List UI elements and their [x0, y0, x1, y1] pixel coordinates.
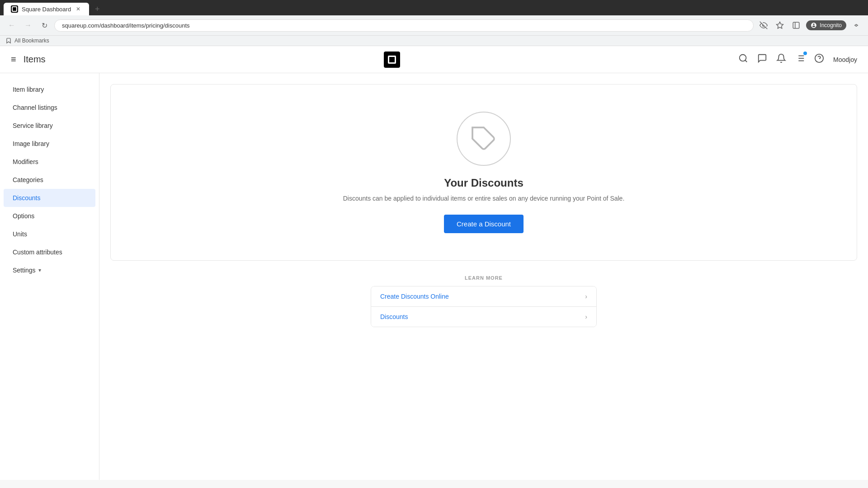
sidebar-item-item-library[interactable]: Item library	[4, 80, 95, 99]
header-center	[46, 52, 739, 68]
incognito-label: Incognito	[820, 22, 842, 28]
forward-button[interactable]: →	[22, 19, 34, 32]
sidebar: Item library Channel listings Service li…	[0, 73, 99, 480]
learn-more-link-label-1: Discounts	[380, 313, 408, 320]
link-chevron-icon-1: ›	[585, 313, 587, 320]
sidebar-item-custom-attributes[interactable]: Custom attributes	[4, 243, 95, 261]
settings-chevron-icon: ▾	[38, 267, 41, 273]
discount-icon-wrapper	[457, 112, 511, 166]
sidebar-item-discounts[interactable]: Discounts	[4, 189, 95, 207]
back-button[interactable]: ←	[5, 19, 18, 32]
chat-icon[interactable]	[757, 53, 767, 66]
help-icon[interactable]	[814, 53, 824, 66]
learn-more-section: LEARN MORE Create Discounts Online › Dis…	[110, 275, 857, 327]
new-tab-button[interactable]: +	[91, 3, 104, 15]
app-title: Items	[24, 54, 46, 65]
svg-rect-1	[13, 7, 16, 11]
list-icon[interactable]	[795, 53, 805, 66]
create-discount-button[interactable]: Create a Discount	[444, 215, 524, 233]
square-logo-inner	[388, 56, 396, 64]
extensions-icon[interactable]	[850, 19, 863, 32]
sidebar-item-image-library[interactable]: Image library	[4, 135, 95, 153]
svg-rect-4	[793, 22, 800, 28]
tab-favicon	[11, 5, 18, 13]
sidebar-item-modifiers[interactable]: Modifiers	[4, 153, 95, 171]
nav-icons: Incognito	[757, 19, 863, 32]
hamburger-menu-icon[interactable]: ≡	[11, 54, 16, 65]
search-icon[interactable]	[738, 53, 748, 66]
tab-close-button[interactable]: ✕	[75, 5, 82, 13]
svg-marker-3	[777, 22, 783, 28]
discounts-title: Your Discounts	[444, 177, 524, 189]
profile-icon[interactable]	[790, 19, 802, 32]
incognito-badge[interactable]: Incognito	[806, 20, 846, 30]
discounts-empty-state-card: Your Discounts Discounts can be applied …	[110, 84, 857, 261]
bookmark-icon[interactable]	[774, 19, 786, 32]
learn-more-label: LEARN MORE	[465, 275, 503, 281]
app: ≡ Items Moodjoy	[0, 46, 868, 480]
tab-bar: Square Dashboard ✕ +	[0, 0, 868, 15]
svg-point-6	[740, 55, 746, 61]
main-layout: Item library Channel listings Service li…	[0, 73, 868, 480]
eye-slash-icon[interactable]	[757, 19, 770, 32]
nav-bar: ← → ↻ squareup.com/dashboard/items/prici…	[0, 15, 868, 36]
learn-more-link-create-discounts-online[interactable]: Create Discounts Online ›	[371, 286, 596, 307]
settings-label: Settings	[13, 267, 36, 274]
user-name[interactable]: Moodjoy	[833, 56, 857, 63]
notification-badge	[803, 52, 807, 55]
sidebar-item-categories[interactable]: Categories	[4, 171, 95, 189]
square-logo[interactable]	[384, 52, 400, 68]
sidebar-item-options[interactable]: Options	[4, 207, 95, 225]
app-header: ≡ Items Moodjoy	[0, 46, 868, 73]
tab-title: Square Dashboard	[22, 6, 71, 13]
header-left: ≡ Items	[11, 54, 46, 65]
learn-more-link-label-0: Create Discounts Online	[380, 293, 449, 300]
bookmarks-label[interactable]: All Bookmarks	[14, 38, 49, 44]
bell-icon[interactable]	[776, 53, 786, 66]
bookmarks-bar: All Bookmarks	[0, 36, 868, 46]
learn-more-links-container: Create Discounts Online › Discounts ›	[371, 286, 597, 327]
address-bar[interactable]: squareup.com/dashboard/items/pricing/dis…	[54, 19, 754, 32]
learn-more-link-discounts[interactable]: Discounts ›	[371, 307, 596, 327]
main-content: Your Discounts Discounts can be applied …	[99, 73, 868, 480]
discount-tag-icon	[470, 125, 497, 152]
refresh-button[interactable]: ↻	[38, 19, 51, 32]
active-tab[interactable]: Square Dashboard ✕	[4, 3, 89, 15]
browser-chrome: Square Dashboard ✕ + ← → ↻ squareup.com/…	[0, 0, 868, 46]
link-chevron-icon-0: ›	[585, 293, 587, 300]
header-right: Moodjoy	[738, 53, 857, 66]
svg-line-7	[745, 60, 747, 62]
sidebar-item-settings[interactable]: Settings ▾	[4, 261, 95, 279]
sidebar-item-service-library[interactable]: Service library	[4, 117, 95, 135]
sidebar-item-channel-listings[interactable]: Channel listings	[4, 99, 95, 117]
discounts-description: Discounts can be applied to individual i…	[343, 195, 625, 202]
sidebar-item-units[interactable]: Units	[4, 225, 95, 243]
